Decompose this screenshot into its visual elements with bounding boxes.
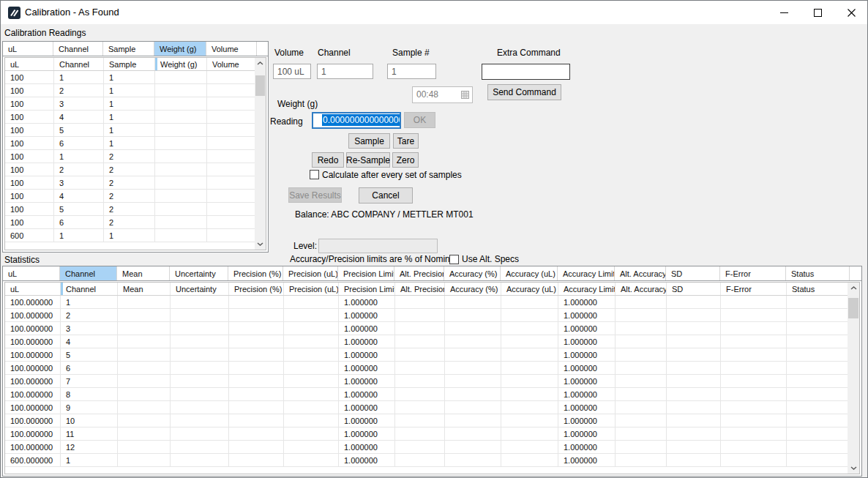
- grid-cell[interactable]: [787, 388, 850, 400]
- grid-cell[interactable]: [616, 296, 667, 308]
- send-command-button[interactable]: Send Command: [487, 84, 561, 100]
- grid-cell[interactable]: [501, 427, 558, 440]
- grid-cell[interactable]: [667, 322, 721, 335]
- grid-cell[interactable]: [395, 414, 445, 427]
- grid-cell[interactable]: [171, 427, 229, 440]
- grid-cell[interactable]: 1: [104, 137, 155, 149]
- grid-cell[interactable]: 1: [104, 124, 155, 136]
- grid-cell[interactable]: [445, 427, 501, 440]
- grid-cell[interactable]: [616, 322, 667, 335]
- grid-cell[interactable]: 10: [61, 414, 118, 427]
- column-header[interactable]: Status: [786, 266, 850, 280]
- grid-cell[interactable]: 2: [54, 84, 104, 97]
- grid-cell[interactable]: [229, 454, 284, 466]
- grid-cell[interactable]: [395, 296, 445, 308]
- grid-cell[interactable]: 2: [54, 163, 104, 176]
- column-header[interactable]: Precision (uL): [283, 266, 338, 280]
- grid-cell[interactable]: [667, 309, 721, 321]
- grid-cell[interactable]: [229, 388, 284, 400]
- inner-column-header[interactable]: uL: [5, 58, 54, 70]
- grid-cell[interactable]: [118, 441, 171, 453]
- grid-cell[interactable]: [501, 388, 558, 400]
- grid-cell[interactable]: [155, 229, 207, 242]
- grid-cell[interactable]: [721, 414, 787, 427]
- grid-cell[interactable]: 100: [5, 176, 54, 189]
- grid-cell[interactable]: [787, 309, 850, 321]
- grid-cell[interactable]: 1.000000: [558, 296, 616, 308]
- grid-cell[interactable]: [118, 335, 171, 348]
- column-header[interactable]: Accuracy Limit: [558, 266, 615, 280]
- grid-cell[interactable]: 1.000000: [339, 309, 395, 321]
- grid-cell[interactable]: 3: [61, 322, 118, 335]
- grid-cell[interactable]: 2: [104, 216, 155, 228]
- grid-cell[interactable]: [284, 454, 339, 466]
- grid-cell[interactable]: [787, 348, 850, 361]
- grid-cell[interactable]: 4: [54, 111, 104, 123]
- grid-cell[interactable]: 5: [54, 124, 104, 136]
- grid-cell[interactable]: [667, 427, 721, 440]
- inner-column-header[interactable]: Channel: [61, 283, 118, 295]
- grid-cell[interactable]: 100: [5, 163, 54, 176]
- grid-cell[interactable]: [501, 322, 558, 335]
- grid-cell[interactable]: [787, 454, 850, 466]
- grid-cell[interactable]: 600: [5, 229, 54, 242]
- grid-cell[interactable]: 1.000000: [558, 335, 616, 348]
- grid-cell[interactable]: [284, 309, 339, 321]
- inner-column-header[interactable]: Accuracy Limit: [558, 283, 616, 295]
- grid-cell[interactable]: [501, 362, 558, 374]
- grid-cell[interactable]: [118, 348, 171, 361]
- inner-column-header[interactable]: Precision (%): [229, 283, 284, 295]
- grid-cell[interactable]: [118, 362, 171, 374]
- grid-cell[interactable]: 100.000000: [5, 414, 61, 427]
- grid-cell[interactable]: [207, 111, 258, 123]
- grid-cell[interactable]: [155, 111, 207, 123]
- column-header[interactable]: uL: [3, 266, 60, 280]
- inner-column-header[interactable]: Weight (g): [155, 58, 207, 70]
- column-header[interactable]: Channel: [60, 266, 117, 280]
- grid-cell[interactable]: [118, 414, 171, 427]
- grid-cell[interactable]: 100.000000: [5, 309, 61, 321]
- column-header[interactable]: Mean: [117, 266, 170, 280]
- grid-cell[interactable]: [207, 124, 258, 136]
- grid-cell[interactable]: 100: [5, 111, 54, 123]
- grid-cell[interactable]: [118, 401, 171, 414]
- inner-column-header[interactable]: Volume: [207, 58, 258, 70]
- grid-cell[interactable]: [171, 441, 229, 453]
- grid-cell[interactable]: [721, 335, 787, 348]
- grid-cell[interactable]: [721, 401, 787, 414]
- calendar-grid-icon[interactable]: [461, 91, 469, 101]
- grid-cell[interactable]: [395, 427, 445, 440]
- column-header[interactable]: Precision (%): [228, 266, 283, 280]
- grid-cell[interactable]: 100: [5, 203, 54, 215]
- scroll-up-icon[interactable]: [848, 283, 859, 294]
- grid-cell[interactable]: 100.000000: [5, 322, 61, 335]
- grid-cell[interactable]: [284, 414, 339, 427]
- grid-cell[interactable]: [155, 150, 207, 163]
- grid-cell[interactable]: [284, 362, 339, 374]
- grid-cell[interactable]: 1.000000: [558, 388, 616, 400]
- scrollbar-thumb[interactable]: [255, 75, 265, 96]
- grid-cell[interactable]: [445, 348, 501, 361]
- grid-cell[interactable]: 100.000000: [5, 427, 61, 440]
- column-header[interactable]: SD: [666, 266, 720, 280]
- resample-button[interactable]: Re-Sample: [346, 152, 390, 168]
- grid-cell[interactable]: [118, 322, 171, 335]
- grid-cell[interactable]: [616, 441, 667, 453]
- column-header[interactable]: Accuracy (uL): [501, 266, 558, 280]
- grid-cell[interactable]: [395, 441, 445, 453]
- grid-cell[interactable]: [667, 296, 721, 308]
- column-header[interactable]: Sample: [103, 42, 154, 56]
- grid-cell[interactable]: [616, 427, 667, 440]
- grid-cell[interactable]: [284, 375, 339, 387]
- grid-cell[interactable]: 12: [61, 441, 118, 453]
- column-header[interactable]: Uncertainty: [170, 266, 228, 280]
- grid-cell[interactable]: [445, 401, 501, 414]
- scroll-down-icon[interactable]: [848, 463, 859, 474]
- grid-cell[interactable]: 9: [61, 401, 118, 414]
- grid-cell[interactable]: [118, 388, 171, 400]
- grid-cell[interactable]: 1.000000: [558, 414, 616, 427]
- grid-cell[interactable]: [207, 203, 258, 215]
- grid-cell[interactable]: [155, 203, 207, 215]
- grid-cell[interactable]: [229, 441, 284, 453]
- grid-cell[interactable]: 100.000000: [5, 348, 61, 361]
